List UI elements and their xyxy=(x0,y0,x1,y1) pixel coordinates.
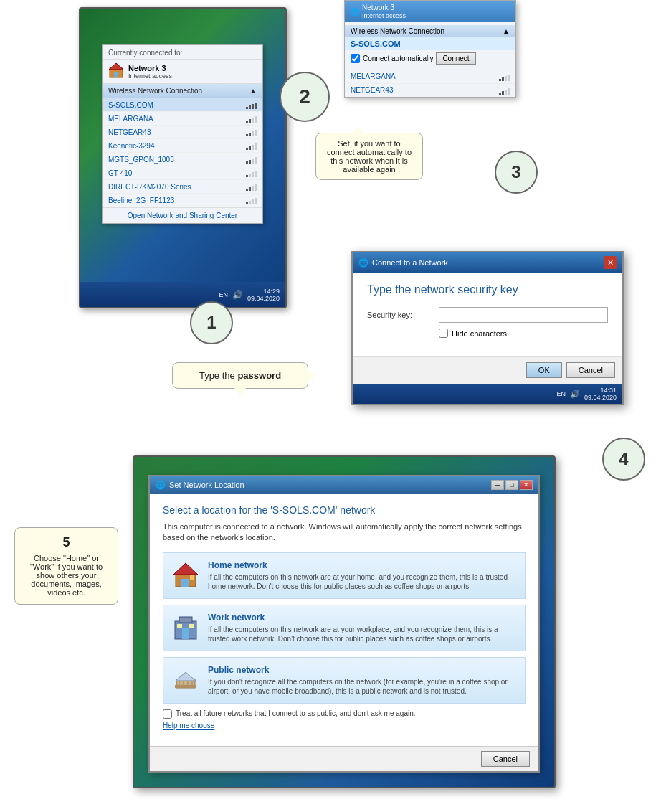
network-title-icon: 🌐 xyxy=(358,258,368,268)
callout-5-number: 5 xyxy=(22,535,110,550)
step2-wireless-label: Wireless Network Connection ▲ S-SOLS.COM… xyxy=(345,22,515,70)
treat-public-row: Treat all future networks that I connect… xyxy=(163,709,526,719)
network-item-direct[interactable]: DIRECT-RKM2070 Series xyxy=(103,180,262,194)
connect-auto-checkbox[interactable] xyxy=(351,54,360,63)
network-item-netgear[interactable]: NETGEAR43 xyxy=(103,126,262,139)
set-annotation-bubble: Set, if you want to connect automaticall… xyxy=(315,133,423,180)
home-network-option[interactable]: Home network If all the computers on thi… xyxy=(163,552,526,599)
network-item-mgts[interactable]: MGTS_GPON_1003 xyxy=(103,153,262,166)
speaker-icon: 🔊 xyxy=(232,290,243,300)
svg-marker-1 xyxy=(109,63,123,70)
step2-other-network1[interactable]: MELARGANA xyxy=(345,70,515,84)
step2-selected-network[interactable]: S-SOLS.COM xyxy=(345,37,515,50)
work-network-desc: If all the computers on this network are… xyxy=(208,625,516,643)
security-key-input[interactable] xyxy=(439,307,608,323)
step4-key-row: Security key: xyxy=(367,307,608,323)
step5-outer-window: 🌐 Set Network Location ─ □ ✕ Select a lo… xyxy=(133,455,556,788)
network-item-melargana[interactable]: MELARGANA xyxy=(103,112,262,126)
cancel-button-step5[interactable]: Cancel xyxy=(481,751,530,767)
close-button-step5[interactable]: ✕ xyxy=(520,480,533,490)
svg-rect-11 xyxy=(189,624,194,628)
svg-rect-5 xyxy=(181,579,189,587)
svg-rect-10 xyxy=(177,624,182,628)
connect-button[interactable]: Connect xyxy=(436,52,475,65)
step2-other-network2[interactable]: NETGEAR43 xyxy=(345,84,515,97)
hide-characters-checkbox[interactable] xyxy=(439,329,448,338)
signal-melargana xyxy=(499,72,510,81)
svg-marker-18 xyxy=(176,672,196,681)
step4-buttons: OK Cancel xyxy=(353,356,622,384)
svg-rect-6 xyxy=(190,575,194,580)
connected-network-row: Network 3 Internet access xyxy=(103,60,262,84)
network-loc-icon: 🌐 xyxy=(156,481,166,490)
step2-network-expanded: 🌐 Network 3 Internet access Wireless Net… xyxy=(344,0,516,98)
hide-characters-row: Hide characters xyxy=(439,329,608,338)
step4-connect-dialog: 🌐 Connect to a Network ✕ Type the networ… xyxy=(351,251,624,405)
step4-close-button[interactable]: ✕ xyxy=(604,256,617,269)
signal-icon-1 xyxy=(246,114,257,123)
taskbar-step1: EN 🔊 14:29 09.04.2020 xyxy=(80,282,285,307)
signal-icon-3 xyxy=(246,141,257,150)
network-item-beeline[interactable]: Beeline_2G_FF1123 xyxy=(103,194,262,207)
password-bold: password xyxy=(237,370,281,381)
step5-content: Select a location for the 'S-SOLS.COM' n… xyxy=(150,494,538,746)
home-network-icon xyxy=(172,560,199,590)
treat-public-checkbox[interactable] xyxy=(163,709,172,719)
step5-dialog: 🌐 Set Network Location ─ □ ✕ Select a lo… xyxy=(148,475,540,773)
hide-characters-label: Hide characters xyxy=(452,329,507,338)
treat-public-label: Treat all future networks that I connect… xyxy=(176,709,416,717)
currently-connected-label: Currently connected to: xyxy=(103,45,262,60)
step2-connect-row: Connect automatically Connect xyxy=(345,50,515,67)
svg-rect-2 xyxy=(114,72,118,77)
step4-content: Type the network security key Security k… xyxy=(353,273,622,356)
network-name: Network 3 xyxy=(128,64,172,72)
step5-bottom-bar: Cancel xyxy=(150,746,538,771)
network-item-gt410[interactable]: GT-410 xyxy=(103,166,262,180)
step1-background: Currently connected to: Network 3 Intern… xyxy=(80,9,285,307)
open-network-center-link[interactable]: Open Network and Sharing Center xyxy=(103,207,262,223)
network-item-keenetic[interactable]: Keenetic-3294 xyxy=(103,139,262,153)
public-network-option[interactable]: Public network If you don't recognize al… xyxy=(163,657,526,704)
svg-rect-13 xyxy=(175,685,196,688)
cancel-button-step4[interactable]: Cancel xyxy=(566,362,615,378)
work-network-option[interactable]: Work network If all the computers on thi… xyxy=(163,605,526,651)
home-network-desc: If all the computers on this network are… xyxy=(208,572,516,591)
password-bubble: Type the password xyxy=(172,362,308,389)
network-icon-small: 🌐 xyxy=(351,8,359,16)
minimize-button[interactable]: ─ xyxy=(491,480,504,490)
signal-icon-4 xyxy=(246,155,257,164)
ok-button[interactable]: OK xyxy=(526,362,562,378)
step2-header: 🌐 Network 3 Internet access xyxy=(345,1,515,22)
step5-main-heading: Select a location for the 'S-SOLS.COM' n… xyxy=(163,504,526,516)
svg-rect-8 xyxy=(179,617,192,623)
step5-win-controls: ─ □ ✕ xyxy=(491,480,533,490)
work-network-icon xyxy=(172,613,199,642)
step4-lang: EN xyxy=(556,390,566,397)
maximize-button[interactable]: □ xyxy=(505,480,518,490)
step4-titlebar: 🌐 Connect to a Network ✕ xyxy=(353,252,622,273)
step5-titlebar: 🌐 Set Network Location ─ □ ✕ xyxy=(150,476,538,494)
network-popup: Currently connected to: Network 3 Intern… xyxy=(102,44,263,224)
work-network-text: Work network If all the computers on thi… xyxy=(208,613,516,643)
help-me-choose-link[interactable]: Help me choose xyxy=(163,722,526,730)
taskbar-lang-1: EN xyxy=(219,291,228,298)
signal-icon-7 xyxy=(246,196,257,204)
callout-2: 2 xyxy=(280,72,330,122)
step2-header-title: Network 3 Internet access xyxy=(362,4,406,19)
step4-heading: Type the network security key xyxy=(367,283,608,296)
callout-4: 4 xyxy=(602,438,645,481)
public-network-icon xyxy=(172,665,199,694)
signal-netgear xyxy=(499,86,510,95)
network-house-icon xyxy=(108,62,124,80)
network-sub: Internet access xyxy=(128,72,172,80)
callout-5-bubble: 5 Choose "Home" or "Work" if you want to… xyxy=(14,527,118,605)
home-network-text: Home network If all the computers on thi… xyxy=(208,560,516,591)
step4-speaker-icon: 🔊 xyxy=(570,390,580,399)
step4-title-text: 🌐 Connect to a Network xyxy=(358,258,448,268)
signal-icon-6 xyxy=(246,182,257,191)
signal-icon-5 xyxy=(246,169,257,177)
arrow-down-icon xyxy=(234,388,246,395)
step5-win-background: 🌐 Set Network Location ─ □ ✕ Select a lo… xyxy=(134,457,554,787)
step4-taskbar: EN 🔊 14:31 09.04.2020 xyxy=(353,384,622,404)
network-item-ssols[interactable]: S-SOLS.COM xyxy=(103,98,262,112)
